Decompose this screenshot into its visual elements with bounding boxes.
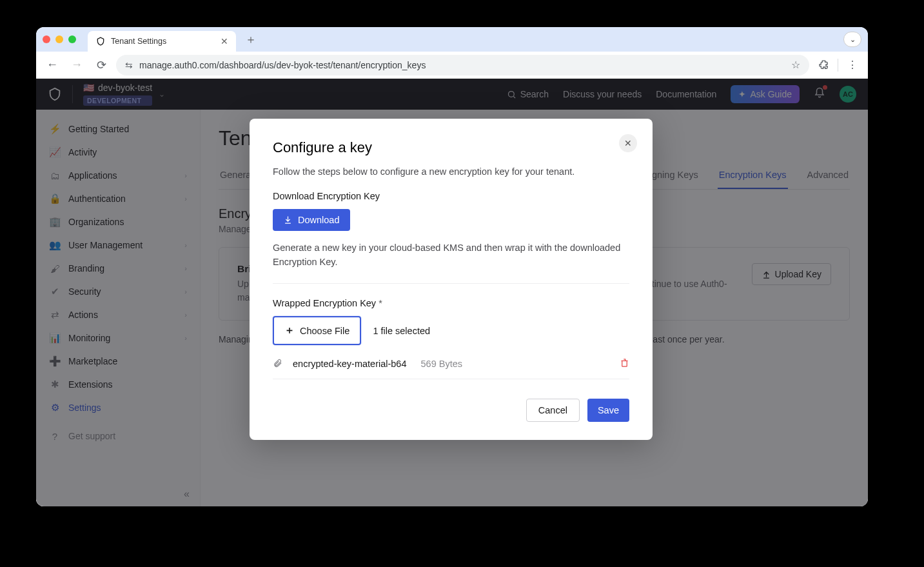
download-label: Download (298, 215, 340, 225)
modal-intro: Follow the steps below to configure a ne… (273, 165, 629, 179)
browser-tab-strip: Tenant Settings ✕ ＋ ⌄ (36, 27, 868, 52)
nav-forward-button: → (67, 55, 86, 75)
delete-file-button[interactable] (620, 358, 629, 370)
browser-window: Tenant Settings ✕ ＋ ⌄ ← → ⟳ ⇆ manage.aut… (36, 27, 868, 506)
window-max-dot[interactable] (68, 35, 76, 43)
download-section-label: Download Encryption Key (273, 191, 629, 201)
modal-close-button[interactable]: ✕ (619, 134, 637, 152)
plus-icon: ＋ (284, 324, 295, 337)
download-button[interactable]: Download (273, 209, 350, 231)
browser-menu-icon[interactable]: ⋮ (843, 56, 861, 74)
tabs-dropdown-button[interactable]: ⌄ (843, 32, 861, 47)
download-help: Generate a new key in your cloud-based K… (273, 241, 629, 270)
configure-key-modal: ✕ Configure a key Follow the steps below… (250, 119, 653, 440)
required-asterisk: * (378, 298, 382, 308)
extensions-icon[interactable] (814, 56, 832, 74)
cancel-button[interactable]: Cancel (526, 399, 580, 422)
nav-back-button[interactable]: ← (43, 55, 62, 75)
tab-favicon (95, 36, 106, 46)
paperclip-icon (273, 358, 282, 370)
browser-toolbar: ← → ⟳ ⇆ manage.auth0.com/dashboard/us/de… (36, 52, 868, 79)
address-bar[interactable]: ⇆ manage.auth0.com/dashboard/us/dev-byok… (116, 55, 809, 75)
bookmark-star-icon[interactable]: ☆ (791, 59, 800, 71)
wrapped-key-label: Wrapped Encryption Key * (273, 298, 629, 308)
tab-title: Tenant Settings (111, 37, 166, 46)
file-selected-text: 1 file selected (373, 326, 430, 336)
file-name: encrypted-key-material-b64 (293, 359, 407, 369)
nav-reload-button[interactable]: ⟳ (92, 55, 111, 75)
site-settings-icon[interactable]: ⇆ (125, 60, 133, 70)
save-button[interactable]: Save (587, 399, 629, 422)
toolbar-divider (838, 59, 838, 72)
file-list: encrypted-key-material-b64 569 Bytes (273, 358, 629, 379)
modal-title: Configure a key (273, 139, 629, 156)
window-close-dot[interactable] (43, 35, 50, 43)
file-item: encrypted-key-material-b64 569 Bytes (273, 358, 629, 370)
browser-tab[interactable]: Tenant Settings ✕ (88, 31, 236, 52)
address-url: manage.auth0.com/dashboard/us/dev-byok-t… (139, 60, 426, 70)
new-tab-button[interactable]: ＋ (241, 32, 260, 47)
app-root: 🇺🇸 dev-byok-test DEVELOPMENT ⌄ Search Di… (36, 79, 868, 506)
choose-file-button[interactable]: ＋ Choose File (273, 316, 361, 345)
file-size: 569 Bytes (421, 359, 463, 369)
modal-divider (273, 283, 629, 284)
tab-close-icon[interactable]: ✕ (221, 36, 228, 46)
choose-file-label: Choose File (300, 326, 349, 336)
window-min-dot[interactable] (55, 35, 63, 43)
